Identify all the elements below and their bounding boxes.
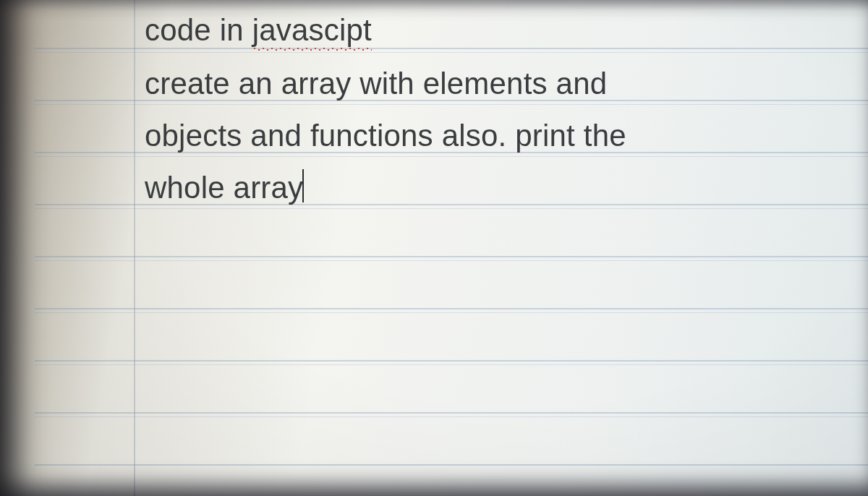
ruled-line xyxy=(35,364,868,365)
ruled-line xyxy=(35,156,868,157)
ruled-line xyxy=(35,208,868,209)
ruled-line xyxy=(35,412,868,414)
document-line-2[interactable]: create an array with elements and xyxy=(145,67,607,101)
ruled-line xyxy=(35,416,868,417)
document-line-1[interactable]: code in javascipt xyxy=(145,13,372,48)
document-line-3[interactable]: objects and functions also. print the xyxy=(145,119,626,153)
document-line-4[interactable]: whole array xyxy=(145,171,303,205)
document-page: code in javascipt create an array with e… xyxy=(0,0,868,496)
text-run: code in xyxy=(145,13,252,47)
ruled-line xyxy=(35,256,868,257)
ruled-line xyxy=(35,360,868,362)
ruled-line xyxy=(35,260,868,261)
ruled-line xyxy=(35,52,868,53)
window-chrome-strip xyxy=(0,0,868,10)
ruled-line xyxy=(35,464,868,466)
text-caret xyxy=(302,169,304,202)
ruled-line xyxy=(35,48,868,49)
ruled-paper-margin xyxy=(134,0,135,496)
ruled-line xyxy=(35,104,868,105)
ruled-line xyxy=(35,308,868,309)
misspelled-word: javascipt xyxy=(252,13,372,48)
ruled-line xyxy=(35,312,868,313)
